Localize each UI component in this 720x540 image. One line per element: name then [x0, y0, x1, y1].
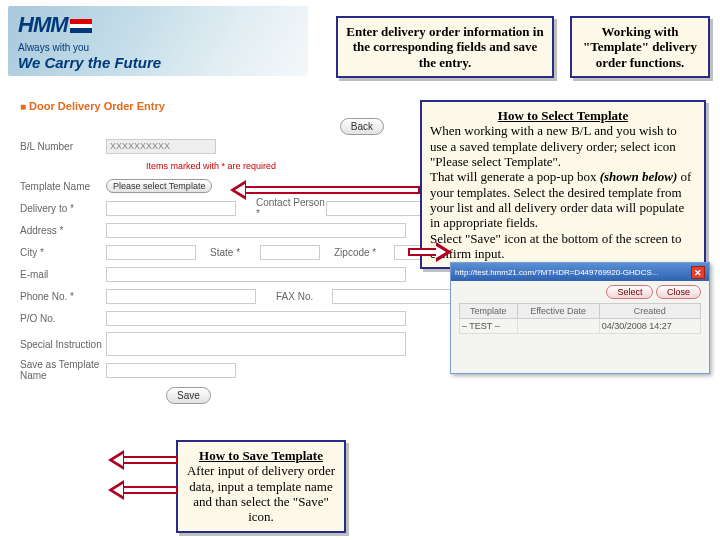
flag-icon [70, 19, 92, 33]
tagline-small: Always with you [18, 42, 89, 53]
zipcode-label: Zipcode * [334, 247, 394, 258]
callout-how-to-select: How to Select Template When working with… [420, 100, 706, 269]
delivery-to-field[interactable] [106, 201, 236, 216]
bullet-icon: ■ [20, 101, 26, 112]
col-template: Template [460, 304, 518, 319]
phone-label: Phone No. * [20, 291, 106, 302]
state-field[interactable] [260, 245, 320, 260]
template-popup: http://test.hmm21.com/?MTHDR=D449769920-… [450, 262, 710, 374]
callout-working-with: Working with "Template" delivery order f… [570, 16, 710, 78]
state-label: State * [210, 247, 260, 258]
fax-field[interactable] [332, 289, 462, 304]
col-created: Created [599, 304, 700, 319]
popup-titlebar: http://test.hmm21.com/?MTHDR=D449769920-… [451, 263, 709, 281]
popup-select-button[interactable]: Select [606, 285, 653, 299]
please-select-template-button[interactable]: Please select Template [106, 179, 212, 193]
callout-enter-info: Enter delivery order information in the … [336, 16, 554, 78]
template-table: Template Effective Date Created – TEST –… [459, 303, 701, 334]
address-field[interactable] [106, 223, 406, 238]
table-row[interactable]: – TEST – 04/30/2008 14:27 [460, 319, 701, 334]
fax-label: FAX No. [276, 291, 332, 302]
callout-how-to-save: How to Save Template After input of deli… [176, 440, 346, 533]
special-instruction-label: Special Instruction [20, 339, 106, 350]
hmm-logo: HMM [18, 12, 92, 38]
close-icon[interactable]: ✕ [691, 266, 705, 279]
popup-url: http://test.hmm21.com/?MTHDR=D449769920-… [455, 268, 658, 277]
popup-close-button[interactable]: Close [656, 285, 701, 299]
back-button[interactable]: Back [340, 118, 384, 135]
po-field[interactable] [106, 311, 406, 326]
city-label: City * [20, 247, 106, 258]
contact-person-label: Contact Person * [256, 197, 326, 219]
tagline-big: We Carry the Future [18, 54, 161, 71]
city-field[interactable] [106, 245, 196, 260]
save-button[interactable]: Save [166, 387, 211, 404]
save-as-template-field[interactable] [106, 363, 236, 378]
address-label: Address * [20, 225, 106, 236]
col-effective-date: Effective Date [517, 304, 599, 319]
brand-banner: HMM Always with you We Carry the Future [8, 6, 308, 76]
po-label: P/O No. [20, 313, 106, 324]
email-field[interactable] [106, 267, 406, 282]
save-as-template-label: Save as Template Name [20, 359, 106, 381]
delivery-to-label: Delivery to * [20, 203, 106, 214]
email-label: E-mail [20, 269, 106, 280]
bl-number-field[interactable]: XXXXXXXXXX [106, 139, 216, 154]
template-name-label: Template Name [20, 181, 106, 192]
phone-field[interactable] [106, 289, 256, 304]
bl-number-label: B/L Number [20, 141, 106, 152]
special-instruction-field[interactable] [106, 332, 406, 356]
